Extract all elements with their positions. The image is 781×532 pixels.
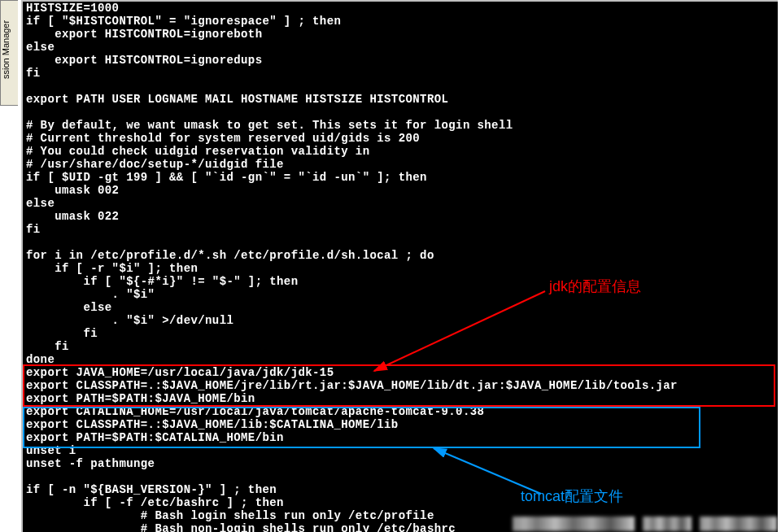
tomcat-annotation: tomcat配置文件 (521, 486, 623, 506)
terminal-line: done (26, 353, 774, 366)
terminal-line: # /usr/share/doc/setup-*/uidgid file (26, 158, 774, 171)
terminal-line: if [ -r "$i" ]; then (26, 262, 774, 275)
terminal-line: . "$i" >/dev/null (26, 314, 774, 327)
terminal-line (26, 470, 774, 483)
terminal-line: if [ -f /etc/bashrc ] ; then (26, 496, 774, 509)
session-manager-tab[interactable]: ssion Manager (0, 0, 18, 106)
terminal-line: # You could check uidgid reservation val… (26, 145, 774, 158)
terminal-content: HISTSIZE=1000if [ "$HISTCONTROL" = "igno… (23, 2, 778, 532)
terminal-window[interactable]: HISTSIZE=1000if [ "$HISTCONTROL" = "igno… (21, 0, 778, 532)
terminal-line: if [ $UID -gt 199 ] && [ "`id -gn`" = "`… (26, 171, 774, 184)
terminal-line: export PATH USER LOGNAME MAIL HOSTNAME H… (26, 93, 774, 106)
terminal-line: else (26, 41, 774, 54)
terminal-line (26, 236, 774, 249)
terminal-line: # By default, we want umask to get set. … (26, 119, 774, 132)
blur-strip-2 (643, 517, 692, 531)
terminal-line: export PATH=$PATH:$JAVA_HOME/bin (26, 392, 774, 405)
terminal-line: fi (26, 223, 774, 236)
terminal-line: if [ "${-#*i}" != "$-" ]; then (26, 275, 774, 288)
terminal-line: if [ "$HISTCONTROL" = "ignorespace" ] ; … (26, 15, 774, 28)
terminal-line: export PATH=$PATH:$CATALINA_HOME/bin (26, 431, 774, 444)
terminal-line (26, 80, 774, 93)
terminal-line: export HISTCONTROL=ignoreboth (26, 28, 774, 41)
session-manager-label: ssion Manager (1, 20, 11, 79)
terminal-line: if [ -n "${BASH_VERSION-}" ] ; then (26, 483, 774, 496)
terminal-line: else (26, 197, 774, 210)
terminal-line: else (26, 301, 774, 314)
terminal-line: for i in /etc/profile.d/*.sh /etc/profil… (26, 249, 774, 262)
terminal-line: fi (26, 327, 774, 340)
terminal-line: export HISTCONTROL=ignoredups (26, 54, 774, 67)
terminal-line: # Current threshold for system reserved … (26, 132, 774, 145)
terminal-line: unset -f pathmunge (26, 457, 774, 470)
terminal-line (26, 106, 774, 119)
terminal-line: export JAVA_HOME=/usr/local/java/jdk/jdk… (26, 366, 774, 379)
blur-strip-1 (513, 517, 635, 531)
terminal-line: fi (26, 340, 774, 353)
jdk-annotation: jdk的配置信息 (549, 277, 641, 296)
terminal-line: unset i (26, 444, 774, 457)
terminal-line: umask 022 (26, 210, 774, 223)
terminal-line: . "$i" (26, 288, 774, 301)
terminal-line: umask 002 (26, 184, 774, 197)
terminal-line: fi (26, 67, 774, 80)
blur-strip-3 (700, 517, 777, 531)
terminal-line: HISTSIZE=1000 (26, 2, 774, 15)
terminal-line: export CLASSPATH=.:$JAVA_HOME/jre/lib/rt… (26, 379, 774, 392)
terminal-line: export CLASSPATH=.:$JAVA_HOME/lib:$CATAL… (26, 418, 774, 431)
terminal-line: export CATALINA_HOME=/usr/local/java/tom… (26, 405, 774, 418)
